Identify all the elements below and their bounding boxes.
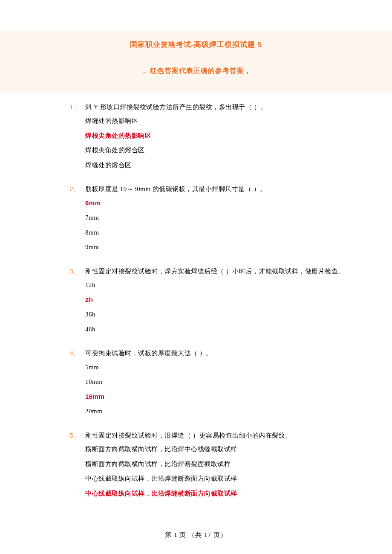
option-item-correct: 2h	[85, 295, 358, 305]
question-text: 刚性固定对接裂纹试验时，沿焊缝（ ）更容易检查出细小的内在裂纹。	[85, 431, 358, 441]
option-list: 6mm 7mm 8mm 9mm	[39, 198, 358, 252]
answer-legend: ， 红色答案代表正确的参考答案，	[0, 66, 392, 76]
option-item: 9mm	[85, 242, 358, 252]
question-text: 肋板厚度是 19～30mm 的低碳钢板，其最小焊脚尺寸是（ ）。	[85, 184, 358, 194]
page-footer: 第 1 页 （共 17 页）	[0, 530, 392, 540]
option-item: 横断面方向截取横向试样，比沿焊断裂面截取试样	[85, 459, 358, 469]
option-list: 横断面方向截取横向试样，比沿焊中心线缝截取试样 横断面方向截取横向试样，比沿焊断…	[39, 444, 358, 498]
option-item: 8mm	[85, 228, 358, 238]
option-item: 横断面方向截取横向试样，比沿焊中心线缝截取试样	[85, 444, 358, 454]
header-banner: 国家职业资格考试-高级焊工模拟试题 5 ， 红色答案代表正确的参考答案，	[0, 31, 392, 93]
content-body: 1、 斜 Y 形坡口焊接裂纹试验方法所产生的裂纹，多出现于（ ）。 焊缝处的热影…	[0, 93, 392, 499]
option-list: 焊缝处的热影响区 焊根尖角处的热影响区 焊根尖角处的熔合区 焊缝处的熔合区	[39, 116, 358, 170]
question-text: 刚性固定对接裂纹试验时，焊完实验焊缝后经（ ）小时后，才能截取试样，做磨片检查。	[85, 267, 358, 276]
option-list: 5mm 10mm 16mm 20mm	[39, 363, 358, 416]
option-item-correct: 6mm	[85, 198, 358, 208]
question-number: 5、	[70, 431, 85, 441]
option-item: 中心线截取纵向试样，比沿焊缝断裂面方向截取试样	[85, 474, 358, 484]
page-sheet: 国家职业资格考试-高级焊工模拟试题 5 ， 红色答案代表正确的参考答案， 1、 …	[0, 0, 392, 554]
option-item: 焊缝处的熔合区	[85, 160, 358, 170]
option-item: 焊缝处的热影响区	[85, 116, 358, 126]
question-block: 1、 斜 Y 形坡口焊接裂纹试验方法所产生的裂纹，多出现于（ ）。 焊缝处的热影…	[39, 102, 358, 170]
option-item: 焊根尖角处的熔合区	[85, 145, 358, 155]
option-item-correct: 中心线截取纵向试样，比沿焊缝横断面方向截取试样	[85, 489, 358, 499]
option-item-correct: 16mm	[85, 392, 358, 402]
question-number: 4、	[70, 348, 85, 358]
question-number: 1、	[70, 102, 85, 112]
option-item: 20mm	[85, 406, 358, 416]
option-item: 12h	[85, 280, 358, 290]
question-number: 2、	[70, 184, 85, 194]
option-item: 48h	[85, 325, 358, 334]
option-item-correct: 焊根尖角处的热影响区	[85, 131, 358, 141]
question-text: 可变拘束试验时，试板的厚度最大达（ ）。	[85, 348, 358, 358]
question-block: 2、 肋板厚度是 19～30mm 的低碳钢板，其最小焊脚尺寸是（ ）。 6mm …	[39, 184, 358, 252]
option-item: 7mm	[85, 213, 358, 223]
question-block: 5、 刚性固定对接裂纹试验时，沿焊缝（ ）更容易检查出细小的内在裂纹。 横断面方…	[39, 431, 358, 499]
question-block: 4、 可变拘束试验时，试板的厚度最大达（ ）。 5mm 10mm 16mm 20…	[39, 348, 358, 416]
option-list: 12h 2h 36h 48h	[39, 280, 358, 334]
question-text: 斜 Y 形坡口焊接裂纹试验方法所产生的裂纹，多出现于（ ）。	[85, 102, 358, 112]
question-block: 3、 刚性固定对接裂纹试验时，焊完实验焊缝后经（ ）小时后，才能截取试样，做磨片…	[39, 267, 358, 334]
document-title: 国家职业资格考试-高级焊工模拟试题 5	[0, 39, 392, 50]
option-item: 36h	[85, 310, 358, 319]
option-item: 5mm	[85, 363, 358, 372]
question-number: 3、	[70, 267, 85, 276]
option-item: 10mm	[85, 377, 358, 387]
